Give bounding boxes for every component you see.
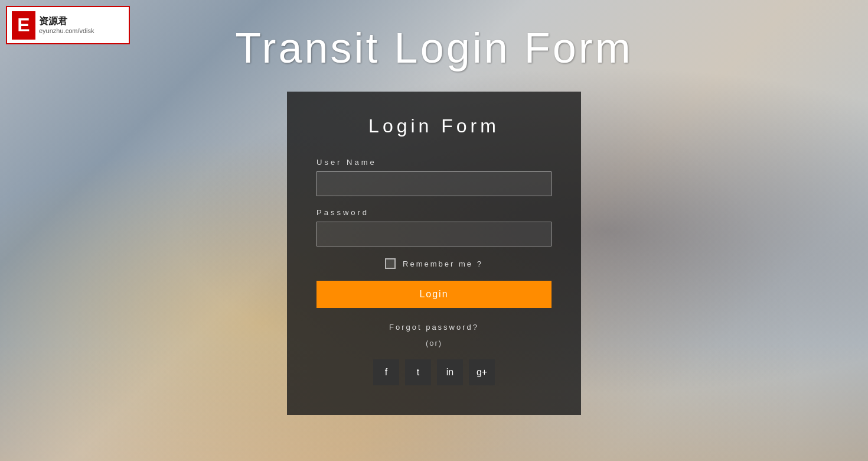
password-input[interactable]: [316, 222, 552, 246]
social-row: f t in g+: [316, 359, 552, 385]
linkedin-button[interactable]: in: [437, 359, 463, 385]
page-title: Transit Login Form: [0, 24, 868, 72]
remember-checkbox[interactable]: [385, 258, 396, 269]
remember-row: Remember me ?: [316, 258, 552, 269]
forgot-password-link[interactable]: Forgot password?: [316, 323, 552, 332]
username-label: User Name: [316, 158, 552, 167]
username-field-group: User Name: [316, 158, 552, 196]
login-button[interactable]: Login: [316, 281, 552, 308]
or-text: (or): [316, 339, 552, 348]
googleplus-icon: g+: [477, 367, 487, 378]
facebook-button[interactable]: f: [373, 359, 399, 385]
password-label: Password: [316, 208, 552, 217]
remember-label: Remember me ?: [403, 259, 483, 268]
card-title: Login Form: [316, 115, 552, 137]
twitter-button[interactable]: t: [405, 359, 431, 385]
twitter-icon: t: [417, 367, 419, 378]
facebook-icon: f: [385, 367, 387, 378]
password-field-group: Password: [316, 208, 552, 246]
linkedin-icon: in: [446, 367, 453, 378]
login-card: Login Form User Name Password Remember m…: [287, 92, 581, 415]
googleplus-button[interactable]: g+: [469, 359, 495, 385]
username-input[interactable]: [316, 171, 552, 196]
